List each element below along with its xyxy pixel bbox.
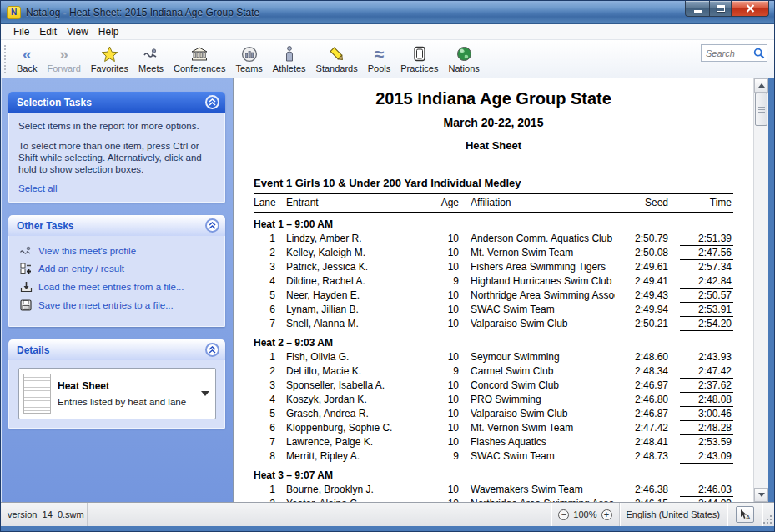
time-cell[interactable]: 2:42.84 [680,274,733,289]
toolbar-nations-button[interactable]: Nations [444,42,485,76]
time-cell[interactable]: 3:00.46 [680,407,733,421]
time-cell[interactable]: 2:57.34 [680,260,733,274]
details-header[interactable]: Details [8,339,225,360]
view-meet-profile-item[interactable]: View this meet's profile [18,246,216,256]
scroll-down-button[interactable] [754,488,768,502]
save-entries-item[interactable]: Save the meet entries to a file... [18,299,216,311]
collapse-button[interactable] [205,218,219,233]
toolbar-favorites-button[interactable]: Favorites [86,42,133,76]
time-cell[interactable]: 2:43.09 [680,449,733,464]
star-icon [101,44,118,63]
app-icon[interactable]: N [7,6,21,19]
add-entry-item[interactable]: Add an entry / result [18,263,216,274]
toolbar-label: Favorites [91,63,128,74]
search-icon[interactable] [753,48,765,59]
close-button[interactable] [732,1,769,17]
zoom-out-button[interactable]: − [558,509,569,520]
toolbar-meets-button[interactable]: Meets [133,42,169,76]
scrollbar-thumb[interactable] [755,93,767,126]
panel-title: Selection Tasks [17,97,92,108]
collapse-button[interactable] [205,95,219,109]
toolbar-label: Teams [235,63,262,74]
entry-row[interactable]: 5Neer, Hayden E.10Northridge Area Swimmi… [254,289,733,303]
task-link[interactable]: Save the meet entries to a file... [38,300,174,310]
toolbar-forward-button[interactable]: » Forward [42,42,85,76]
maximize-button[interactable] [709,1,732,17]
entry-row[interactable]: 5Grasch, Andrea R.10Valparaiso Swim Club… [254,407,733,421]
menu-file[interactable]: File [8,25,34,38]
select-all-link[interactable]: Select all [18,183,58,193]
panel-title: Other Tasks [17,220,73,232]
entry-row[interactable]: 2Kelley, Kaleigh M.10Mt. Vernon Swim Tea… [254,246,733,260]
menu-view[interactable]: View [62,25,93,38]
report-type-dropdown[interactable]: Heat Sheet Entries listed by heat and la… [18,368,216,419]
selection-tasks-header[interactable]: Selection Tasks [8,92,225,113]
entry-row[interactable]: 6Lynam, Jillian B.10SWAC Swim Team2:49.9… [254,303,733,317]
toolbar-practices-button[interactable]: Practices [395,42,443,76]
selection-hint-1: Select items in the report for more opti… [18,120,216,132]
time-cell[interactable]: 2:37.62 [680,379,733,393]
time-cell[interactable]: 2:48.28 [680,421,733,435]
affiliation-cell: Carmel Swim Club [459,364,615,379]
entry-row[interactable]: 6Kloppenburg, Sophie C.10Mt. Vernon Swim… [254,421,733,435]
toolbar-conferences-button[interactable]: Conferences [169,42,230,76]
entry-row[interactable]: 7Snell, Alanna M.10Valparaiso Swim Club2… [254,317,733,331]
toolbar-grip[interactable] [4,45,8,73]
task-link[interactable]: View this meet's profile [38,246,136,256]
report-thumbnail [23,374,51,414]
select-text-button[interactable]: A [736,506,754,523]
scrollbar-track[interactable] [754,126,768,488]
affiliation-cell: SWAC Swim Team [459,303,615,317]
time-cell[interactable]: 2:43.93 [680,350,733,364]
entry-row[interactable]: 1Bourne, Brooklyn J.10Wavemakers Swim Te… [254,483,733,497]
scroll-up-button[interactable] [754,78,768,93]
collapse-button[interactable] [205,343,219,357]
time-cell[interactable]: 2:47.42 [680,364,733,379]
age-cell: 10 [435,350,459,364]
menu-edit[interactable]: Edit [34,25,62,38]
toolbar-back-button[interactable]: « Back [12,42,42,76]
entry-row[interactable]: 3Patrick, Jessica K.10Fishers Area Swimm… [254,260,733,274]
time-cell[interactable]: 2:47.56 [680,246,733,260]
zoom-in-button[interactable]: + [601,509,612,520]
time-cell[interactable]: 2:51.39 [680,232,733,246]
time-cell[interactable]: 2:48.08 [680,393,733,407]
entry-row[interactable]: 4Dildine, Rachel A.9Highland Hurricanes … [254,274,733,289]
panel-title: Details [17,344,49,356]
minimize-button[interactable] [685,1,709,17]
dropdown-arrow-icon[interactable] [201,391,209,396]
language-indicator[interactable]: English (United States) [620,503,728,526]
entry-row[interactable]: 7Lawrence, Paige K.10Flashes Aquatics2:4… [254,435,733,449]
resize-grip-icon [763,515,772,524]
time-cell[interactable]: 2:54.20 [680,317,733,331]
event-title[interactable]: Event 1 Girls 10 & Under 200 Yard Indivi… [254,177,733,194]
affiliation-cell: PRO Swimming [459,393,615,407]
load-entries-item[interactable]: Load the meet entries from a file... [18,281,216,293]
toolbar-pools-button[interactable]: ≈ Pools [363,42,396,76]
entry-row[interactable]: 1Lindzy, Amber R.10Anderson Comm. Aquati… [254,232,733,246]
time-cell[interactable]: 2:46.03 [680,483,733,497]
search-input[interactable] [706,48,753,58]
titlebar: N Natalog - Heat Sheet: 2015 Indiana Age… [1,1,774,24]
entry-row[interactable]: 2DeLillo, Macie K.9Carmel Swim Club2:48.… [254,364,733,379]
time-cell[interactable]: 2:50.57 [680,289,733,303]
maximize-icon [717,5,725,12]
other-tasks-header[interactable]: Other Tasks [8,215,225,236]
report-type-desc: Entries listed by heat and lane [58,397,199,407]
toolbar-athletes-button[interactable]: Athletes [268,42,311,76]
time-cell[interactable]: 2:53.91 [680,303,733,317]
entry-row[interactable]: 3Sponseller, Isabella A.10Concord Swim C… [254,379,733,393]
affiliation-cell: Mt. Vernon Swim Team [459,421,615,435]
entry-row[interactable]: 8Merritt, Ripley A.9SWAC Swim Team2:48.7… [254,449,733,464]
resize-grip[interactable] [762,503,774,526]
toolbar-teams-button[interactable]: Teams [230,42,267,76]
entry-row[interactable]: 1Fish, Olivia G.10Seymour Swimming2:48.6… [254,350,733,364]
menu-help[interactable]: Help [93,25,124,38]
time-cell[interactable]: 2:53.59 [680,435,733,449]
age-cell: 10 [435,421,459,435]
col-seed: Seed [615,196,668,209]
task-link[interactable]: Add an entry / result [38,263,124,274]
task-link[interactable]: Load the meet entries from a file... [38,282,184,292]
entry-row[interactable]: 4Koszyk, Jordan K.10PRO Swimming2:46.802… [254,393,733,407]
toolbar-standards-button[interactable]: Standards [311,42,363,76]
